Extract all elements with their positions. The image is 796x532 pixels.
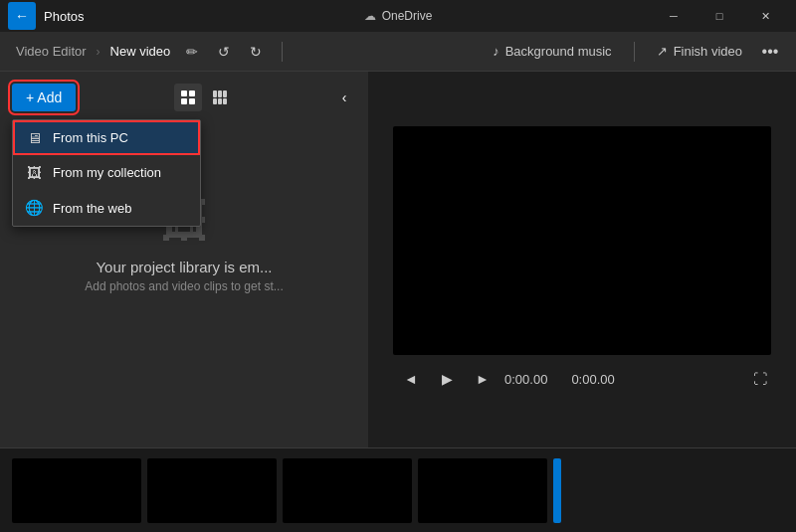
grid-6-view-button[interactable]	[206, 84, 234, 111]
music-icon: ♪	[493, 44, 499, 59]
empty-state-title: Your project library is em...	[96, 259, 272, 275]
rewind-button[interactable]: ◄	[397, 365, 425, 393]
export-icon: ↗	[657, 44, 668, 59]
title-bar: ← Photos ☁ OneDrive ─ □ ✕	[0, 0, 796, 32]
forward-button[interactable]: ►	[469, 365, 497, 393]
timeline-thumbnail-3	[283, 458, 412, 523]
timeline-thumbnail-4	[418, 458, 547, 523]
timeline-end-marker	[553, 458, 561, 523]
time-end: 0:00.00	[571, 372, 614, 387]
from-pc-label: From this PC	[53, 130, 128, 145]
toolbar-separator	[282, 42, 283, 62]
left-panel: + Add ‹ 🖥 From this PC	[0, 72, 368, 447]
add-dropdown-menu: 🖥 From this PC 🖼 From my collection 🌐 Fr…	[12, 119, 201, 227]
background-music-label: Background music	[505, 44, 612, 59]
finish-video-label: Finish video	[674, 44, 742, 59]
video-controls: ◄ ▶ ► 0:00.00 0:00.00 ⛶	[393, 365, 771, 393]
add-button[interactable]: + Add	[12, 84, 76, 111]
breadcrumb-current: New video	[106, 42, 175, 61]
toolbar: Video Editor › New video ✏ ↺ ↻ ♪ Backgro…	[0, 32, 796, 72]
collapse-panel-button[interactable]: ‹	[332, 86, 356, 109]
pc-icon: 🖥	[25, 129, 43, 146]
timeline	[0, 447, 796, 532]
toolbar-separator-2	[634, 42, 635, 62]
grid-6-icon	[213, 90, 227, 104]
minimize-button[interactable]: ─	[651, 0, 696, 32]
timeline-thumbnail-2	[147, 458, 277, 523]
grid-4-view-button[interactable]	[174, 84, 202, 111]
toolbar-right: ♪ Background music ↗ Finish video •••	[483, 38, 784, 66]
from-collection-item[interactable]: 🖼 From my collection	[13, 155, 200, 190]
title-bar-center: ☁ OneDrive	[364, 9, 433, 23]
onedrive-label: OneDrive	[382, 9, 433, 23]
finish-video-button[interactable]: ↗ Finish video	[647, 40, 752, 63]
app-title: Photos	[44, 9, 84, 24]
time-start: 0:00.00	[504, 372, 547, 387]
grid-4-icon	[181, 90, 195, 104]
empty-state-subtitle: Add photos and video clips to get st...	[85, 279, 283, 293]
from-web-item[interactable]: 🌐 From the web	[13, 190, 200, 226]
from-web-label: From the web	[53, 201, 131, 216]
background-music-button[interactable]: ♪ Background music	[483, 40, 621, 63]
close-button[interactable]: ✕	[742, 0, 788, 32]
undo-button[interactable]: ↺	[210, 38, 238, 66]
more-options-button[interactable]: •••	[756, 38, 784, 66]
from-pc-item[interactable]: 🖥 From this PC	[13, 120, 200, 155]
main-content: + Add ‹ 🖥 From this PC	[0, 72, 796, 447]
from-collection-label: From my collection	[53, 165, 161, 180]
title-bar-right: ─ □ ✕	[651, 0, 788, 32]
title-bar-left: ← Photos	[8, 2, 84, 30]
redo-button[interactable]: ↻	[242, 38, 270, 66]
video-preview	[393, 126, 771, 355]
back-button[interactable]: ←	[8, 2, 36, 30]
play-button[interactable]: ▶	[433, 365, 461, 393]
fullscreen-button[interactable]: ⛶	[753, 371, 767, 387]
breadcrumb-parent[interactable]: Video Editor	[12, 42, 91, 61]
view-buttons	[174, 84, 234, 111]
breadcrumb-separator: ›	[97, 45, 100, 59]
edit-button[interactable]: ✏	[178, 38, 206, 66]
onedrive-icon: ☁	[364, 9, 376, 23]
right-panel: ◄ ▶ ► 0:00.00 0:00.00 ⛶	[368, 72, 796, 447]
collection-icon: 🖼	[25, 164, 43, 181]
left-panel-header: + Add ‹	[12, 84, 356, 111]
web-icon: 🌐	[25, 199, 43, 217]
maximize-button[interactable]: □	[696, 0, 742, 32]
timeline-thumbnail-1	[12, 458, 141, 523]
